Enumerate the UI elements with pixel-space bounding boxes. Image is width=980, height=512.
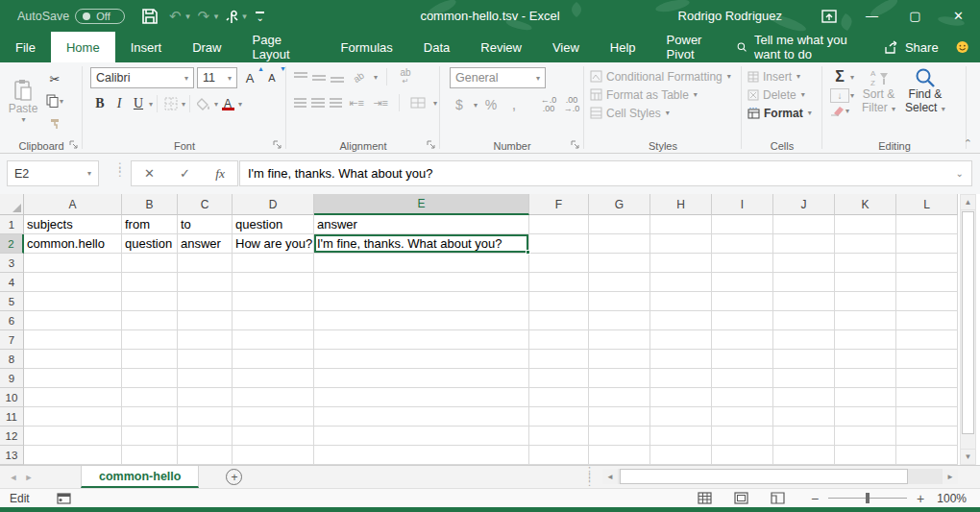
decrease-font-size-icon[interactable]: A▼ [262, 68, 282, 87]
cell-H12[interactable] [650, 427, 712, 446]
merge-center-icon[interactable] [408, 93, 428, 112]
cell-I10[interactable] [712, 388, 773, 407]
touch-mode-dropdown-icon[interactable]: ▾ [242, 12, 247, 21]
number-dialog-launcher-icon[interactable] [571, 140, 580, 150]
collapse-ribbon-icon[interactable]: ⌃ [964, 137, 972, 150]
cell-L12[interactable] [896, 427, 958, 446]
minimize-button[interactable]: — [850, 0, 894, 32]
comma-style-icon[interactable]: , [504, 95, 524, 114]
decrease-decimal-icon[interactable]: .00→.0 [562, 95, 581, 114]
cell-J12[interactable] [773, 427, 835, 446]
cell-J7[interactable] [773, 330, 835, 350]
underline-button[interactable]: U [129, 94, 148, 113]
cell-G5[interactable] [589, 292, 650, 311]
formula-input[interactable]: I'm fine, thanks. What about you? ⌄ [239, 160, 972, 186]
column-header-F[interactable]: F [529, 194, 589, 215]
share-button[interactable]: Share [884, 40, 939, 55]
cell-K3[interactable] [835, 254, 896, 273]
decrease-indent-icon[interactable]: ⇤≡ [347, 93, 366, 112]
cell-F9[interactable] [529, 369, 589, 388]
cell-G9[interactable] [589, 369, 650, 388]
row-header-10[interactable]: 10 [0, 388, 24, 407]
accounting-dropdown-icon[interactable]: ▾ [474, 101, 478, 110]
row-header-3[interactable]: 3 [0, 254, 24, 273]
cell-L5[interactable] [896, 292, 958, 311]
find-select-button[interactable]: Find & Select ▾ [901, 67, 949, 115]
cell-G1[interactable] [589, 215, 650, 234]
percent-style-icon[interactable]: % [481, 95, 501, 114]
vertical-scrollbar[interactable]: ▲ ▼ [960, 194, 976, 465]
cell-B8[interactable] [122, 350, 178, 369]
cell-E11[interactable] [314, 407, 529, 427]
cell-J11[interactable] [773, 407, 835, 427]
cell-B13[interactable] [122, 446, 178, 465]
italic-button[interactable]: I [110, 94, 129, 113]
select-all-button[interactable] [0, 194, 24, 215]
row-header-11[interactable]: 11 [0, 407, 24, 427]
column-header-L[interactable]: L [896, 194, 958, 215]
insert-function-icon[interactable]: fx [215, 166, 225, 182]
row-header-7[interactable]: 7 [0, 330, 24, 350]
cell-E8[interactable] [314, 350, 529, 369]
cell-H5[interactable] [650, 292, 712, 311]
cell-K8[interactable] [835, 350, 896, 369]
copy-icon[interactable]: ▾ [45, 91, 64, 110]
cell-J5[interactable] [773, 292, 835, 311]
cell-E13[interactable] [314, 446, 529, 465]
cell-B6[interactable] [122, 311, 178, 330]
undo-icon[interactable]: ↶ [163, 5, 186, 28]
cell-L4[interactable] [896, 273, 958, 292]
cell-E2[interactable]: I'm fine, thanks. What about you? [314, 234, 529, 254]
copy-dropdown-icon[interactable]: ▾ [60, 97, 63, 106]
cell-A1[interactable]: subjects [24, 215, 122, 234]
cell-A8[interactable] [24, 350, 122, 369]
cell-G12[interactable] [589, 427, 650, 446]
cell-H4[interactable] [650, 273, 712, 292]
horizontal-scrollbar[interactable]: ◄ ► [602, 469, 958, 484]
format-cells-button[interactable]: Format▾ [747, 104, 820, 122]
cell-I13[interactable] [712, 446, 773, 465]
tab-file[interactable]: File [0, 32, 51, 62]
redo-dropdown-icon[interactable]: ▾ [214, 12, 219, 21]
cell-C1[interactable]: to [178, 215, 233, 234]
align-right-icon[interactable] [330, 98, 342, 109]
cell-K1[interactable] [835, 215, 896, 234]
tabbar-resize-handle[interactable]: ⋮⋮⋮ [584, 469, 592, 485]
underline-dropdown-icon[interactable]: ▾ [149, 100, 153, 109]
cell-L10[interactable] [896, 388, 958, 407]
zoom-out-icon[interactable]: − [805, 491, 824, 506]
scroll-right-icon[interactable]: ► [943, 469, 958, 484]
cell-D11[interactable] [233, 407, 314, 427]
redo-icon[interactable]: ↷ [192, 5, 215, 28]
cell-I2[interactable] [712, 234, 773, 254]
cell-K12[interactable] [835, 427, 896, 446]
font-dialog-launcher-icon[interactable] [273, 140, 282, 150]
cell-B1[interactable]: from [122, 215, 178, 234]
column-header-G[interactable]: G [589, 194, 650, 215]
normal-view-icon[interactable] [686, 492, 723, 504]
cell-I7[interactable] [712, 330, 773, 350]
middle-align-icon[interactable] [312, 72, 326, 83]
cell-H9[interactable] [650, 369, 712, 388]
cell-J3[interactable] [773, 254, 835, 273]
cell-A4[interactable] [24, 273, 122, 292]
font-size-select[interactable]: 11▾ [197, 67, 237, 88]
cell-A9[interactable] [24, 369, 122, 388]
cell-H7[interactable] [650, 330, 712, 350]
cell-I12[interactable] [712, 427, 773, 446]
cell-A13[interactable] [24, 446, 122, 465]
cell-D4[interactable] [233, 273, 314, 292]
column-header-C[interactable]: C [178, 194, 233, 215]
cell-D1[interactable]: question [233, 215, 314, 234]
cell-F2[interactable] [529, 234, 589, 254]
cell-F8[interactable] [529, 350, 589, 369]
font-name-select[interactable]: Calibri▾ [90, 67, 194, 88]
cell-B9[interactable] [122, 369, 178, 388]
column-header-A[interactable]: A [24, 194, 122, 215]
accounting-format-icon[interactable]: $ [450, 95, 469, 114]
row-header-5[interactable]: 5 [0, 292, 24, 311]
user-name[interactable]: Rodrigo Rodriguez [678, 9, 782, 23]
cell-H11[interactable] [650, 407, 712, 427]
ribbon-display-options-icon[interactable] [807, 0, 850, 32]
cell-I6[interactable] [712, 311, 773, 330]
